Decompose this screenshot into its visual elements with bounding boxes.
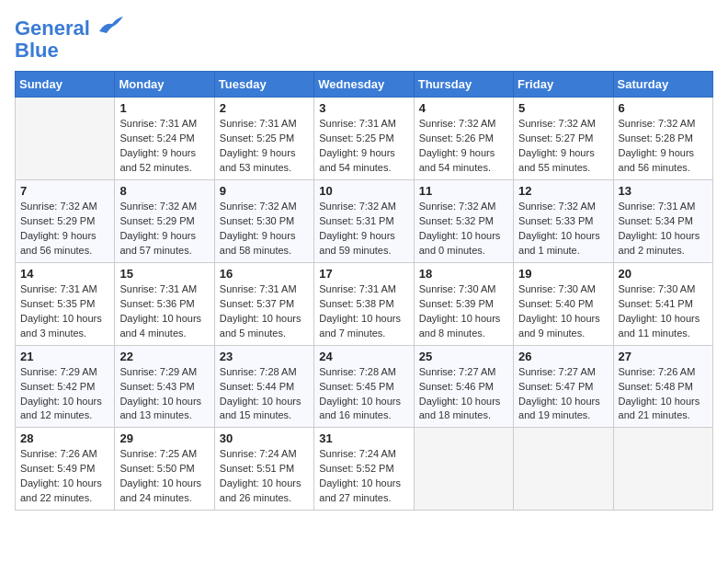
calendar-cell: 6Sunrise: 7:32 AMSunset: 5:28 PMDaylight…: [613, 98, 712, 180]
calendar-cell: [16, 98, 115, 180]
calendar-cell: 19Sunrise: 7:30 AMSunset: 5:40 PMDayligh…: [514, 262, 613, 345]
day-info: Sunrise: 7:32 AMSunset: 5:29 PMDaylight:…: [119, 200, 209, 259]
calendar-cell: 30Sunrise: 7:24 AMSunset: 5:51 PMDayligh…: [214, 428, 313, 511]
day-info: Sunrise: 7:26 AMSunset: 5:49 PMDaylight:…: [20, 447, 109, 506]
header: General Blue: [15, 15, 713, 62]
calendar-cell: 5Sunrise: 7:32 AMSunset: 5:27 PMDaylight…: [514, 98, 613, 180]
calendar-cell: 17Sunrise: 7:31 AMSunset: 5:38 PMDayligh…: [314, 262, 414, 345]
calendar-cell: 13Sunrise: 7:31 AMSunset: 5:34 PMDayligh…: [613, 180, 712, 263]
day-info: Sunrise: 7:32 AMSunset: 5:29 PMDaylight:…: [20, 200, 109, 259]
day-number: 24: [319, 350, 408, 363]
day-number: 25: [419, 350, 508, 363]
calendar-cell: 24Sunrise: 7:28 AMSunset: 5:45 PMDayligh…: [314, 345, 414, 428]
day-number: 9: [220, 184, 309, 198]
calendar-week-3: 14Sunrise: 7:31 AMSunset: 5:35 PMDayligh…: [16, 262, 713, 345]
header-wednesday: Wednesday: [314, 72, 414, 98]
calendar-cell: 14Sunrise: 7:31 AMSunset: 5:35 PMDayligh…: [16, 262, 115, 345]
calendar-cell: 15Sunrise: 7:31 AMSunset: 5:36 PMDayligh…: [115, 262, 214, 345]
day-number: 20: [619, 267, 708, 281]
day-number: 17: [319, 267, 408, 281]
day-info: Sunrise: 7:29 AMSunset: 5:43 PMDaylight:…: [119, 365, 209, 424]
day-number: 31: [319, 431, 408, 445]
day-info: Sunrise: 7:30 AMSunset: 5:39 PMDaylight:…: [419, 282, 508, 341]
calendar-cell: 7Sunrise: 7:32 AMSunset: 5:29 PMDaylight…: [16, 180, 115, 263]
logo-blue-text: Blue: [15, 40, 123, 62]
calendar-cell: 20Sunrise: 7:30 AMSunset: 5:41 PMDayligh…: [613, 262, 712, 345]
day-number: 5: [518, 101, 608, 115]
day-number: 12: [518, 184, 608, 198]
calendar-cell: 25Sunrise: 7:27 AMSunset: 5:46 PMDayligh…: [414, 345, 513, 428]
calendar-cell: 11Sunrise: 7:32 AMSunset: 5:32 PMDayligh…: [414, 180, 513, 263]
calendar-cell: 28Sunrise: 7:26 AMSunset: 5:49 PMDayligh…: [16, 428, 115, 511]
day-info: Sunrise: 7:31 AMSunset: 5:38 PMDaylight:…: [319, 282, 408, 341]
day-number: 22: [119, 350, 209, 363]
day-info: Sunrise: 7:31 AMSunset: 5:25 PMDaylight:…: [220, 117, 309, 176]
calendar-header-row: SundayMondayTuesdayWednesdayThursdayFrid…: [16, 72, 713, 98]
calendar-week-4: 21Sunrise: 7:29 AMSunset: 5:42 PMDayligh…: [16, 345, 713, 428]
day-number: 7: [20, 184, 109, 198]
header-friday: Friday: [514, 72, 613, 98]
day-number: 21: [20, 350, 109, 363]
calendar-week-1: 1Sunrise: 7:31 AMSunset: 5:24 PMDaylight…: [16, 98, 713, 180]
calendar-cell: 3Sunrise: 7:31 AMSunset: 5:25 PMDaylight…: [314, 98, 414, 180]
day-number: 23: [220, 350, 309, 363]
day-info: Sunrise: 7:31 AMSunset: 5:24 PMDaylight:…: [119, 117, 209, 176]
day-number: 27: [619, 350, 708, 363]
day-number: 28: [20, 431, 109, 445]
calendar-cell: 18Sunrise: 7:30 AMSunset: 5:39 PMDayligh…: [414, 262, 513, 345]
day-info: Sunrise: 7:24 AMSunset: 5:51 PMDaylight:…: [220, 447, 309, 506]
calendar-cell: [414, 428, 513, 511]
calendar-table: SundayMondayTuesdayWednesdayThursdayFrid…: [15, 71, 713, 511]
header-tuesday: Tuesday: [214, 72, 313, 98]
calendar-cell: 21Sunrise: 7:29 AMSunset: 5:42 PMDayligh…: [16, 345, 115, 428]
page-container: General Blue SundayMondayTuesdayWednesda…: [15, 15, 713, 511]
day-number: 29: [119, 431, 209, 445]
day-info: Sunrise: 7:32 AMSunset: 5:33 PMDaylight:…: [518, 200, 608, 259]
day-info: Sunrise: 7:28 AMSunset: 5:45 PMDaylight:…: [319, 365, 408, 424]
day-info: Sunrise: 7:29 AMSunset: 5:42 PMDaylight:…: [20, 365, 109, 424]
header-saturday: Saturday: [613, 72, 712, 98]
calendar-cell: 12Sunrise: 7:32 AMSunset: 5:33 PMDayligh…: [514, 180, 613, 263]
calendar-cell: 27Sunrise: 7:26 AMSunset: 5:48 PMDayligh…: [613, 345, 712, 428]
day-number: 18: [419, 267, 508, 281]
calendar-cell: 9Sunrise: 7:32 AMSunset: 5:30 PMDaylight…: [214, 180, 313, 263]
calendar-cell: [514, 428, 613, 511]
calendar-cell: 31Sunrise: 7:24 AMSunset: 5:52 PMDayligh…: [314, 428, 414, 511]
calendar-week-2: 7Sunrise: 7:32 AMSunset: 5:29 PMDaylight…: [16, 180, 713, 263]
day-number: 14: [20, 267, 109, 281]
day-number: 19: [518, 267, 608, 281]
day-number: 13: [619, 184, 708, 198]
day-info: Sunrise: 7:24 AMSunset: 5:52 PMDaylight:…: [319, 447, 408, 506]
day-info: Sunrise: 7:28 AMSunset: 5:44 PMDaylight:…: [220, 365, 309, 424]
day-number: 3: [319, 101, 408, 115]
day-info: Sunrise: 7:30 AMSunset: 5:40 PMDaylight:…: [518, 282, 608, 341]
day-info: Sunrise: 7:32 AMSunset: 5:27 PMDaylight:…: [518, 117, 608, 176]
day-number: 10: [319, 184, 408, 198]
calendar-cell: 10Sunrise: 7:32 AMSunset: 5:31 PMDayligh…: [314, 180, 414, 263]
header-thursday: Thursday: [414, 72, 513, 98]
calendar-week-5: 28Sunrise: 7:26 AMSunset: 5:49 PMDayligh…: [16, 428, 713, 511]
day-info: Sunrise: 7:25 AMSunset: 5:50 PMDaylight:…: [119, 447, 209, 506]
calendar-cell: 23Sunrise: 7:28 AMSunset: 5:44 PMDayligh…: [214, 345, 313, 428]
day-info: Sunrise: 7:30 AMSunset: 5:41 PMDaylight:…: [619, 282, 708, 341]
calendar-cell: 1Sunrise: 7:31 AMSunset: 5:24 PMDaylight…: [115, 98, 214, 180]
day-info: Sunrise: 7:31 AMSunset: 5:36 PMDaylight:…: [119, 282, 209, 341]
day-info: Sunrise: 7:32 AMSunset: 5:28 PMDaylight:…: [619, 117, 708, 176]
day-number: 2: [220, 101, 309, 115]
day-info: Sunrise: 7:31 AMSunset: 5:25 PMDaylight:…: [319, 117, 408, 176]
day-number: 15: [119, 267, 209, 281]
day-info: Sunrise: 7:27 AMSunset: 5:47 PMDaylight:…: [518, 365, 608, 424]
day-info: Sunrise: 7:32 AMSunset: 5:26 PMDaylight:…: [419, 117, 508, 176]
calendar-cell: 4Sunrise: 7:32 AMSunset: 5:26 PMDaylight…: [414, 98, 513, 180]
day-number: 26: [518, 350, 608, 363]
day-number: 30: [220, 431, 309, 445]
day-number: 8: [119, 184, 209, 198]
day-number: 4: [419, 101, 508, 115]
header-sunday: Sunday: [16, 72, 115, 98]
day-number: 16: [220, 267, 309, 281]
calendar-cell: 16Sunrise: 7:31 AMSunset: 5:37 PMDayligh…: [214, 262, 313, 345]
day-info: Sunrise: 7:31 AMSunset: 5:37 PMDaylight:…: [220, 282, 309, 341]
day-info: Sunrise: 7:32 AMSunset: 5:32 PMDaylight:…: [419, 200, 508, 259]
day-info: Sunrise: 7:31 AMSunset: 5:34 PMDaylight:…: [619, 200, 708, 259]
calendar-cell: 22Sunrise: 7:29 AMSunset: 5:43 PMDayligh…: [115, 345, 214, 428]
